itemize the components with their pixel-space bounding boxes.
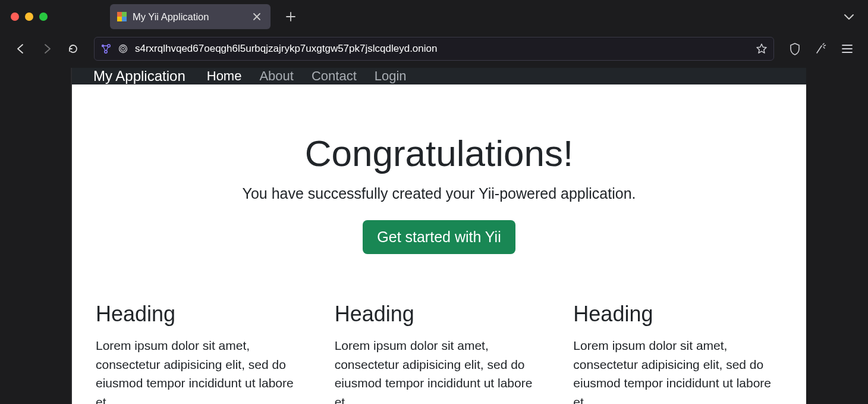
- security-level-icon[interactable]: [811, 39, 831, 59]
- column-heading: Heading: [335, 302, 544, 327]
- page-content: My Application Home About Contact Login …: [72, 68, 806, 404]
- columns: Heading Lorem ipsum dolor sit amet, cons…: [72, 278, 806, 404]
- column-2: Heading Lorem ipsum dolor sit amet, cons…: [335, 302, 544, 404]
- browser-tab[interactable]: My Yii Application: [110, 4, 271, 29]
- url-text: s4rxrqlhvqed67oeqgh6l5urbqjzajrykp7uxgtg…: [135, 43, 749, 55]
- svg-point-2: [105, 51, 107, 53]
- bookmark-star-icon[interactable]: [756, 43, 768, 55]
- column-body: Lorem ipsum dolor sit amet, consectetur …: [96, 336, 305, 404]
- nav-contact[interactable]: Contact: [312, 68, 357, 84]
- tab-title: My Yii Application: [133, 11, 244, 23]
- column-3: Heading Lorem ipsum dolor sit amet, cons…: [573, 302, 782, 404]
- tab-close-button[interactable]: [250, 12, 263, 21]
- hero: Congratulations! You have successfully c…: [72, 84, 806, 278]
- tabs-overflow-button[interactable]: [841, 8, 857, 25]
- onion-site-icon[interactable]: [118, 44, 128, 54]
- shield-icon[interactable]: [785, 39, 805, 59]
- viewport: My Application Home About Contact Login …: [0, 68, 868, 404]
- browser-chrome: My Yii Application: [0, 0, 868, 68]
- svg-point-1: [108, 45, 110, 47]
- reload-button[interactable]: [63, 39, 83, 59]
- back-button[interactable]: [11, 39, 31, 59]
- cta-button[interactable]: Get started with Yii: [363, 220, 515, 254]
- column-heading: Heading: [96, 302, 305, 327]
- new-tab-button[interactable]: [282, 8, 299, 25]
- window-controls: [11, 12, 48, 21]
- hero-subtitle: You have successfully created your Yii-p…: [90, 185, 788, 202]
- address-bar[interactable]: s4rxrqlhvqed67oeqgh6l5urbqjzajrykp7uxgtg…: [94, 37, 774, 61]
- tor-circuit-icon[interactable]: [100, 43, 111, 54]
- column-body: Lorem ipsum dolor sit amet, consectetur …: [335, 336, 544, 404]
- nav-about[interactable]: About: [259, 68, 294, 84]
- minimize-window-button[interactable]: [25, 12, 33, 21]
- maximize-window-button[interactable]: [39, 12, 48, 21]
- svg-point-5: [122, 48, 124, 49]
- column-heading: Heading: [573, 302, 782, 327]
- svg-point-0: [102, 45, 104, 47]
- nav-home[interactable]: Home: [207, 68, 242, 84]
- app-menu-button[interactable]: [837, 39, 857, 59]
- toolbar: s4rxrqlhvqed67oeqgh6l5urbqjzajrykp7uxgtg…: [0, 33, 868, 64]
- column-1: Heading Lorem ipsum dolor sit amet, cons…: [96, 302, 305, 404]
- hero-title: Congratulations!: [90, 132, 788, 174]
- close-window-button[interactable]: [11, 12, 19, 21]
- nav-login[interactable]: Login: [375, 68, 407, 84]
- tab-strip: My Yii Application: [0, 0, 868, 33]
- tab-favicon: [117, 12, 127, 21]
- site-navbar: My Application Home About Contact Login: [72, 68, 806, 84]
- column-body: Lorem ipsum dolor sit amet, consectetur …: [573, 336, 782, 404]
- site-brand[interactable]: My Application: [93, 68, 185, 84]
- forward-button[interactable]: [37, 39, 57, 59]
